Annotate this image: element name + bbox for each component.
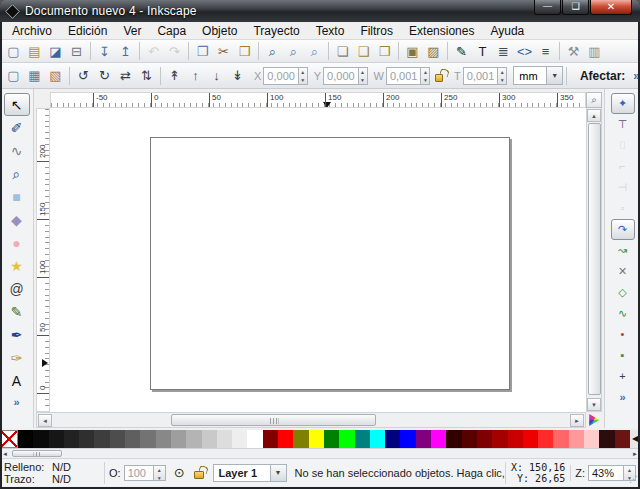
edit-undo[interactable]: ↶: [143, 41, 164, 61]
palette-swatch[interactable]: [202, 430, 217, 448]
align-distribute[interactable]: ≡: [535, 41, 556, 61]
menu-filtros[interactable]: Filtros: [352, 23, 401, 39]
snap-bbox-corners[interactable]: ⌐: [611, 156, 635, 177]
edit-cut[interactable]: ✂: [213, 41, 234, 61]
toolbox-overflow-chevron[interactable]: »: [13, 396, 19, 408]
palette-swatch[interactable]: [508, 430, 523, 448]
palette-scroll-arrow-icon[interactable]: ◀: [630, 430, 640, 448]
edit-copy[interactable]: ❐: [192, 41, 213, 61]
palette-swatch[interactable]: [186, 430, 201, 448]
palette-scrollbar[interactable]: ◄ ►: [0, 448, 640, 458]
snap-path-intersections[interactable]: ✕: [611, 261, 635, 282]
corner-zoom-icon[interactable]: ⌕: [586, 92, 602, 108]
fill-stroke-indicator[interactable]: Relleno:N/D Trazo:N/D: [0, 461, 100, 485]
palette-swatch[interactable]: [324, 430, 339, 448]
tool-3dbox[interactable]: ◆: [4, 208, 30, 231]
units-dropdown-arrow-icon[interactable]: ▼: [547, 66, 563, 85]
tool-tweak[interactable]: ∿: [4, 139, 30, 162]
palette-swatch[interactable]: [278, 430, 293, 448]
group[interactable]: ▣: [402, 41, 423, 61]
palette-swatch[interactable]: [140, 430, 155, 448]
lower-to-bottom[interactable]: ↡: [227, 66, 248, 86]
lock-ratio-icon[interactable]: [435, 74, 443, 82]
snap-enable[interactable]: ✦: [611, 93, 635, 114]
palette-swatch[interactable]: [293, 430, 308, 448]
palette-swatch[interactable]: [217, 430, 232, 448]
tool-calligraphy[interactable]: ✑: [4, 346, 30, 369]
resize-grip[interactable]: ⋰: [629, 474, 638, 484]
document-export[interactable]: ↥: [115, 41, 136, 61]
layers-dialog[interactable]: ≣: [493, 41, 514, 61]
menu-texto[interactable]: Texto: [308, 23, 353, 39]
palette-swatch[interactable]: [599, 430, 614, 448]
zoom-field[interactable]: 43%: [588, 465, 624, 481]
snap-bbox-edges[interactable]: ⌷: [611, 135, 635, 156]
deselect[interactable]: ▧: [45, 66, 66, 86]
palette-swatch[interactable]: [64, 430, 79, 448]
tool-zoom[interactable]: ⌕: [4, 162, 30, 185]
duplicate[interactable]: ❏: [332, 41, 353, 61]
palette-swatch[interactable]: [615, 430, 630, 448]
tool-spiral[interactable]: @: [4, 277, 30, 300]
palette-swatch[interactable]: [232, 430, 247, 448]
document-print[interactable]: ⊟: [66, 41, 87, 61]
palette-swatch[interactable]: [18, 430, 33, 448]
maximize-button[interactable]: ❑: [562, 0, 589, 15]
palette-swatch[interactable]: [385, 430, 400, 448]
palette-swatch[interactable]: [263, 430, 278, 448]
palette-swatch[interactable]: [370, 430, 385, 448]
layer-visibility-eye-icon[interactable]: ⊙: [174, 465, 185, 480]
unlink-clone[interactable]: ❒: [374, 41, 395, 61]
raise-to-top[interactable]: ↟: [164, 66, 185, 86]
layer-lock-icon[interactable]: [194, 471, 204, 479]
xml-editor[interactable]: <>: [514, 41, 535, 61]
palette-swatch[interactable]: [400, 430, 415, 448]
tool-text[interactable]: A: [4, 369, 30, 392]
menu-ver[interactable]: Ver: [115, 23, 149, 39]
ungroup[interactable]: ▨: [423, 41, 444, 61]
palette-swatch[interactable]: [79, 430, 94, 448]
snapbar-overflow-chevron[interactable]: »: [619, 391, 625, 403]
palette-swatch[interactable]: [156, 430, 171, 448]
snap-line-midpoints[interactable]: •: [611, 324, 635, 345]
palette-swatch[interactable]: [309, 430, 324, 448]
palette-swatch[interactable]: [492, 430, 507, 448]
palette-swatch[interactable]: [355, 430, 370, 448]
document-open[interactable]: ▤: [24, 41, 45, 61]
palette-swatch[interactable]: [125, 430, 140, 448]
palette-swatch[interactable]: [49, 430, 64, 448]
layer-dropdown-arrow-icon[interactable]: ▼: [271, 464, 287, 482]
menu-extensiones[interactable]: Extensiones: [401, 23, 482, 39]
palette-swatch[interactable]: [247, 430, 262, 448]
snap-rotation-centers[interactable]: +: [611, 366, 635, 387]
vertical-scrollbar-thumb[interactable]: [588, 123, 601, 395]
select-all[interactable]: ▢: [3, 66, 24, 86]
palette-swatch[interactable]: [446, 430, 461, 448]
close-button[interactable]: ✕: [590, 0, 632, 15]
document-new[interactable]: ▢: [3, 41, 24, 61]
tool-pencil[interactable]: ✎: [4, 300, 30, 323]
snap-object-centers[interactable]: ▪: [611, 345, 635, 366]
tool-star[interactable]: ★: [4, 254, 30, 277]
zoom-to-selection[interactable]: ⌕: [262, 41, 283, 61]
palette-scroll-left-icon[interactable]: ◄: [2, 450, 8, 458]
palette-scroll-right-icon[interactable]: ►: [632, 450, 638, 458]
no-color-swatch[interactable]: [0, 430, 18, 448]
title-bar[interactable]: Documento nuevo 4 - Inkscape — ❑ ✕: [0, 0, 640, 22]
document-import[interactable]: ↧: [94, 41, 115, 61]
tool-node-editor[interactable]: ✐: [4, 116, 30, 139]
snap-nodes[interactable]: ↷: [611, 219, 635, 240]
tool-rectangle[interactable]: ■: [4, 185, 30, 208]
document-properties[interactable]: ▥: [584, 41, 605, 61]
palette-swatch[interactable]: [553, 430, 568, 448]
menu-edicion[interactable]: Edición: [60, 23, 115, 39]
scroll-right-arrow-icon[interactable]: ►: [570, 414, 584, 427]
tool-selector[interactable]: ↖: [4, 93, 30, 116]
horizontal-scrollbar-thumb[interactable]: [171, 414, 376, 426]
snap-cusp-nodes[interactable]: ◇: [611, 282, 635, 303]
palette-scrollbar-thumb[interactable]: [12, 450, 62, 457]
tool-bezier-pen[interactable]: ✒: [4, 323, 30, 346]
zoom-to-drawing[interactable]: ⌕: [283, 41, 304, 61]
scroll-up-arrow-icon[interactable]: ▲: [587, 109, 601, 122]
palette-swatch[interactable]: [339, 430, 354, 448]
